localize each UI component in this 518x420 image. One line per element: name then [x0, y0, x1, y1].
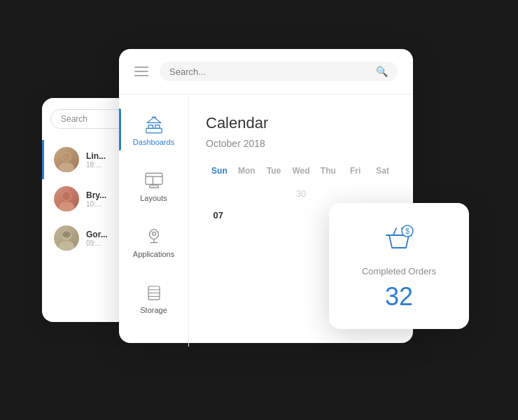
contact-name: Bry... — [86, 190, 106, 200]
day-sun: Sun — [206, 163, 233, 178]
dashboards-icon — [143, 113, 165, 135]
contact-name: Gor... — [86, 230, 108, 239]
avatar — [54, 147, 79, 172]
svg-point-17 — [59, 202, 74, 211]
svg-point-14 — [59, 162, 74, 172]
layouts-icon — [143, 169, 165, 191]
contact-time: 18:... — [86, 161, 106, 169]
search-icon: 🔍 — [376, 66, 388, 77]
cal-date[interactable]: 07 — [206, 206, 230, 225]
cal-date[interactable] — [261, 206, 286, 225]
svg-point-18 — [62, 192, 71, 200]
svg-rect-0 — [146, 128, 161, 132]
day-mon: Mon — [233, 163, 260, 178]
search-bar[interactable]: 🔍 — [160, 62, 398, 81]
day-sat: Sat — [369, 163, 396, 178]
contact-name: Lin... — [86, 151, 106, 161]
hamburger-icon[interactable] — [134, 66, 148, 76]
sidebar-item-label-applications: Applications — [133, 250, 174, 258]
sidebar-nav: Dashboards Layouts — [119, 94, 189, 346]
svg-rect-6 — [149, 186, 158, 188]
cal-date[interactable] — [233, 206, 258, 225]
orders-icon: $ — [382, 221, 416, 258]
contact-info: Gor... 09:... — [86, 230, 108, 247]
svg-text:$: $ — [405, 227, 410, 235]
storage-icon — [143, 281, 165, 303]
applications-icon — [143, 225, 165, 247]
cal-date[interactable]: 30 — [288, 184, 313, 203]
contact-info: Lin... 18:... — [86, 151, 106, 169]
cal-date[interactable] — [372, 184, 396, 203]
cal-date[interactable] — [344, 184, 368, 203]
day-fri: Fri — [342, 163, 369, 178]
cal-date[interactable] — [261, 184, 286, 203]
calendar-title: Calendar — [206, 114, 396, 132]
cal-date[interactable] — [316, 184, 341, 203]
sidebar-item-label-dashboards: Dashboards — [133, 138, 174, 146]
svg-point-8 — [152, 232, 155, 235]
search-input[interactable] — [169, 66, 370, 77]
sidebar-item-label-layouts: Layouts — [140, 194, 167, 202]
svg-point-15 — [62, 153, 71, 161]
cal-date[interactable] — [288, 206, 313, 225]
sidebar-item-dashboards[interactable]: Dashboards — [119, 102, 188, 158]
sidebar-item-layouts[interactable]: Layouts — [119, 158, 188, 214]
sidebar-item-storage[interactable]: Storage — [119, 270, 188, 326]
cal-date[interactable] — [206, 184, 230, 203]
orders-count: 32 — [385, 282, 413, 312]
orders-label: Completed Orders — [362, 266, 436, 276]
main-card-header: 🔍 — [119, 49, 413, 94]
calendar-days-header: Sun Mon Tue Wed Thu Fri Sat — [206, 163, 396, 178]
svg-rect-2 — [155, 125, 159, 129]
calendar-month: October 2018 — [206, 138, 396, 149]
day-thu: Thu — [314, 163, 342, 178]
contact-time: 09:... — [86, 239, 108, 247]
svg-rect-1 — [148, 125, 153, 129]
svg-point-20 — [59, 241, 74, 251]
sidebar-item-applications[interactable]: Applications — [119, 214, 188, 270]
cal-date[interactable] — [233, 184, 258, 203]
contact-time: 10:... — [86, 200, 106, 208]
sidebar-item-label-storage: Storage — [140, 306, 167, 314]
orders-card: $ Completed Orders 32 — [329, 203, 469, 329]
avatar — [54, 225, 79, 251]
avatar — [54, 186, 79, 211]
day-wed: Wed — [288, 163, 315, 178]
svg-rect-3 — [146, 173, 162, 184]
day-tue: Tue — [260, 163, 288, 178]
contact-info: Bry... 10:... — [86, 190, 106, 208]
